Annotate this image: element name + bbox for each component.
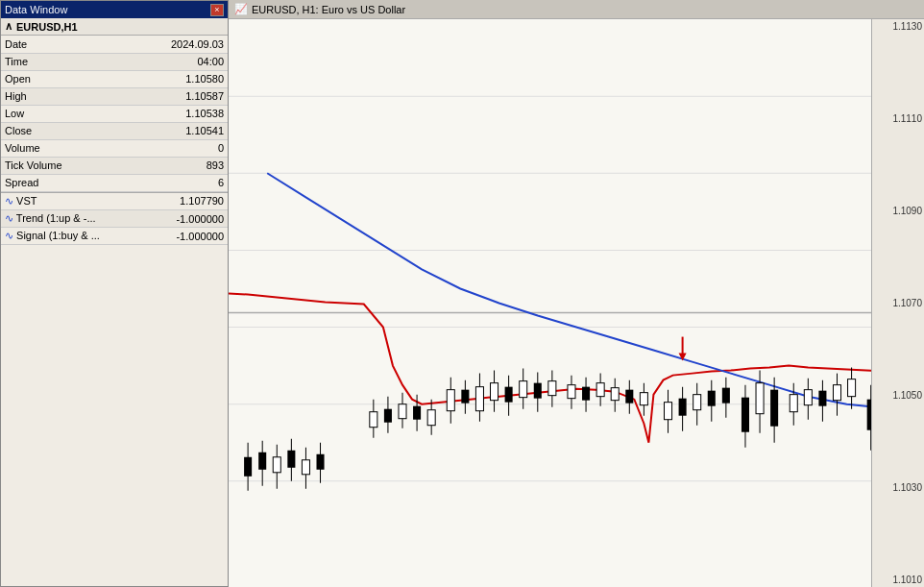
close-button[interactable]: × [210, 4, 224, 16]
data-row: Close 1.10541 [1, 122, 228, 139]
indicator-row: ∿ Trend (1:up & -... -1.000000 [1, 210, 228, 228]
svg-rect-59 [640, 393, 647, 405]
indicator-label: ∿ VST [1, 193, 148, 210]
row-value: 0 [118, 139, 228, 157]
svg-rect-15 [273, 457, 280, 473]
svg-rect-85 [848, 379, 856, 397]
price-label-3: 1.1090 [874, 206, 922, 216]
data-window-titlebar: Data Window × [1, 1, 228, 18]
svg-rect-17 [287, 451, 295, 468]
price-label-4: 1.1070 [874, 298, 922, 308]
row-label: Close [1, 122, 118, 139]
indicator-value: -1.000000 [148, 228, 228, 245]
row-label: Spread [1, 174, 118, 191]
row-label: High [1, 87, 118, 105]
svg-rect-65 [693, 395, 701, 410]
ohlcv-table: Date 2024.09.03Time 04:00Open 1.10580Hig… [1, 36, 228, 192]
row-label: Volume [1, 139, 118, 157]
svg-rect-81 [818, 391, 826, 406]
data-row: Spread 6 [1, 174, 228, 191]
data-row: Date 2024.09.03 [1, 36, 228, 53]
svg-rect-47 [548, 381, 556, 396]
svg-rect-79 [804, 390, 812, 405]
data-row: Open 1.10580 [1, 70, 228, 87]
svg-rect-23 [370, 412, 377, 428]
row-value: 1.10538 [118, 105, 228, 122]
svg-rect-51 [582, 387, 590, 401]
svg-rect-31 [427, 410, 435, 426]
svg-rect-49 [568, 385, 575, 399]
data-row: Low 1.10538 [1, 105, 228, 122]
symbol-header: ∧ EURUSD,H1 [1, 18, 228, 36]
chart-svg [229, 19, 924, 587]
svg-rect-37 [475, 387, 483, 411]
row-label: Open [1, 70, 118, 87]
indicator-row: ∿ Signal (1:buy & ... -1.000000 [1, 228, 228, 245]
data-row: Time 04:00 [1, 53, 228, 70]
row-value: 1.10541 [118, 122, 228, 139]
chart-title: EURUSD, H1: Euro vs US Dollar [252, 4, 405, 15]
svg-rect-57 [625, 390, 633, 404]
price-label-6: 1.1030 [874, 482, 922, 493]
price-axis: 1.1130 1.1110 1.1090 1.1070 1.1050 1.103… [871, 19, 924, 587]
row-label: Time [1, 53, 118, 70]
svg-rect-53 [596, 383, 604, 397]
svg-rect-21 [317, 454, 325, 470]
data-window: Data Window × ∧ EURUSD,H1 Date 2024.09.0… [0, 0, 229, 587]
row-value: 2024.09.03 [118, 36, 228, 53]
indicator-row: ∿ VST 1.107790 [1, 193, 228, 210]
svg-rect-39 [491, 383, 498, 401]
price-label-7: 1.1010 [874, 575, 922, 585]
svg-rect-13 [258, 452, 266, 470]
svg-rect-35 [461, 390, 469, 404]
svg-rect-55 [611, 388, 619, 401]
row-label: Tick Volume [1, 157, 118, 174]
symbol-arrow: ∧ [5, 20, 12, 33]
svg-rect-43 [520, 381, 527, 398]
row-value: 04:00 [118, 53, 228, 70]
data-row: High 1.10587 [1, 87, 228, 105]
svg-rect-69 [722, 388, 730, 404]
chart-icon: 📈 [234, 3, 248, 15]
data-window-title: Data Window [5, 4, 67, 15]
indicator-value: -1.000000 [148, 210, 228, 228]
chart-canvas-area[interactable]: Volume SuperTrend AI valuebuffer signal … [229, 19, 924, 587]
svg-rect-73 [756, 383, 764, 414]
price-label-5: 1.1050 [874, 390, 922, 401]
svg-rect-27 [399, 404, 406, 419]
row-value: 1.10587 [118, 87, 228, 105]
row-value: 893 [118, 157, 228, 174]
svg-rect-33 [447, 390, 454, 411]
svg-rect-41 [505, 387, 513, 403]
indicator-label: ∿ Signal (1:buy & ... [1, 228, 148, 245]
row-value: 6 [118, 174, 228, 191]
svg-rect-25 [384, 409, 392, 423]
chart-titlebar: 📈 EURUSD, H1: Euro vs US Dollar [229, 0, 924, 19]
row-label: Low [1, 105, 118, 122]
svg-rect-45 [534, 383, 542, 399]
price-label-2: 1.1110 [874, 113, 922, 124]
indicator-value: 1.107790 [148, 193, 228, 210]
svg-rect-71 [742, 398, 749, 432]
svg-rect-63 [679, 399, 687, 416]
row-label: Date [1, 36, 118, 53]
svg-rect-67 [708, 391, 716, 406]
svg-rect-29 [413, 406, 421, 420]
indicator-table: ∿ VST 1.107790 ∿ Trend (1:up & -... -1.0… [1, 193, 228, 246]
svg-rect-83 [833, 385, 840, 401]
svg-rect-77 [790, 395, 797, 412]
svg-rect-19 [302, 460, 309, 475]
price-label-1: 1.1130 [874, 21, 922, 32]
svg-rect-11 [244, 457, 252, 477]
symbol-label: EURUSD,H1 [16, 21, 78, 33]
row-value: 1.10580 [118, 70, 228, 87]
data-row: Volume 0 [1, 139, 228, 157]
indicator-label: ∿ Trend (1:up & -... [1, 210, 148, 228]
chart-area: 📈 EURUSD, H1: Euro vs US Dollar Volume S… [229, 0, 924, 587]
svg-rect-61 [665, 403, 672, 420]
data-row: Tick Volume 893 [1, 157, 228, 174]
svg-rect-75 [770, 390, 778, 427]
